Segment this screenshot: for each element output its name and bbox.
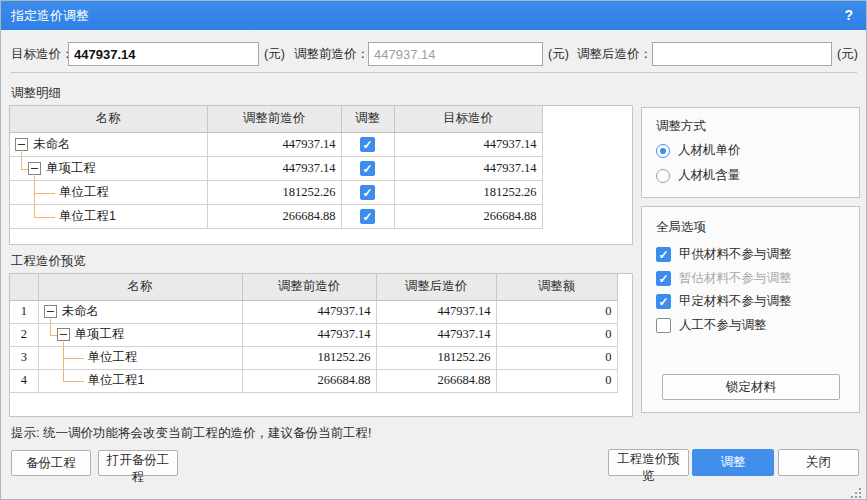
- open-backup-button[interactable]: 打开备份工程: [98, 450, 178, 476]
- adjust-cell: [341, 180, 394, 204]
- node-label: 未命名: [62, 301, 100, 323]
- tree-cell[interactable]: 单项工程: [10, 156, 207, 180]
- tree-line: [63, 370, 64, 381]
- radio-unit-price[interactable]: 人材机单价: [656, 142, 741, 159]
- before-cost-input[interactable]: [368, 42, 543, 66]
- before-value: 266684.88: [207, 204, 341, 228]
- tree-line: [50, 335, 57, 336]
- checkbox-labor[interactable]: 人工不参与调整: [656, 317, 767, 334]
- checkbox-label: 甲定材料不参与调整: [679, 293, 792, 310]
- table-row[interactable]: 4 单位工程1 266684.88 266684.88 0: [10, 369, 617, 392]
- collapse-icon[interactable]: [15, 138, 28, 151]
- after-value: 181252.26: [376, 346, 496, 369]
- cost-adjust-dialog: 指定造价调整 ? 目标造价： (元) 调整前造价： (元) 调整后造价： (元)…: [0, 0, 867, 500]
- radio-content-amount[interactable]: 人材机含量: [656, 167, 741, 184]
- table-row[interactable]: 单位工程1 266684.88 266684.88: [10, 204, 542, 228]
- target-value[interactable]: 447937.14: [394, 132, 542, 156]
- cost-preview-button[interactable]: 工程造价预览: [608, 449, 689, 476]
- table-row[interactable]: 2 单项工程 447937.14 447937.14 0: [10, 323, 617, 346]
- resize-grip[interactable]: [859, 488, 861, 490]
- table-row[interactable]: 未命名 447937.14 447937.14: [10, 132, 542, 156]
- before-value: 447937.14: [207, 156, 341, 180]
- table-row[interactable]: 3 单位工程 181252.26 181252.26 0: [10, 346, 617, 369]
- collapse-icon[interactable]: [57, 328, 70, 341]
- target-cost-input[interactable]: [68, 42, 259, 66]
- after-cost-unit: (元): [837, 46, 858, 62]
- checkbox-owner-supplied[interactable]: 甲供材料不参与调整: [656, 246, 792, 263]
- before-value: 181252.26: [242, 346, 376, 369]
- tree-line: [34, 205, 35, 217]
- checkbox-icon: [656, 247, 671, 262]
- collapse-icon[interactable]: [44, 305, 57, 318]
- target-cost-unit: (元): [264, 46, 285, 62]
- row-number: 2: [10, 323, 38, 346]
- row-adjust-checkbox[interactable]: [360, 185, 375, 200]
- global-group-title: 全局选项: [656, 219, 706, 236]
- close-button[interactable]: 关闭: [778, 449, 859, 476]
- radio-label: 人材机含量: [678, 167, 741, 184]
- titlebar[interactable]: 指定造价调整 ?: [1, 1, 866, 30]
- node-label: 单项工程: [46, 157, 96, 180]
- tree-cell[interactable]: 未命名: [38, 300, 242, 323]
- help-icon[interactable]: ?: [844, 1, 853, 30]
- checkbox-icon: [656, 271, 671, 286]
- before-value: 447937.14: [242, 323, 376, 346]
- tree-cell[interactable]: 单位工程1: [38, 369, 242, 392]
- col-header-adjust: 调整: [341, 106, 394, 132]
- target-value[interactable]: 181252.26: [394, 180, 542, 204]
- after-value: 447937.14: [376, 323, 496, 346]
- row-adjust-checkbox[interactable]: [360, 161, 375, 176]
- tree-cell[interactable]: 单位工程: [38, 346, 242, 369]
- method-group-title: 调整方式: [656, 118, 706, 135]
- adjust-cell: [341, 156, 394, 180]
- table-row[interactable]: 单项工程 447937.14 447937.14: [10, 156, 542, 180]
- tree-cell[interactable]: 单位工程: [10, 180, 207, 204]
- node-label: 单项工程: [75, 324, 125, 346]
- delta-value: 0: [496, 323, 617, 346]
- tree-line: [34, 193, 55, 194]
- table-row[interactable]: 单位工程 181252.26 181252.26: [10, 180, 542, 204]
- node-label: 未命名: [33, 133, 71, 156]
- tree-cell[interactable]: 未命名: [10, 132, 207, 156]
- backup-project-button[interactable]: 备份工程: [11, 450, 91, 476]
- collapse-icon[interactable]: [28, 162, 41, 175]
- node-label: 单位工程1: [88, 370, 145, 392]
- method-groupbox: 调整方式 人材机单价 人材机含量: [641, 107, 860, 198]
- row-adjust-checkbox[interactable]: [360, 137, 375, 152]
- target-value[interactable]: 447937.14: [394, 156, 542, 180]
- adjust-cell: [341, 132, 394, 156]
- tree-line: [21, 169, 28, 170]
- checkbox-label: 暂估材料不参与调整: [679, 270, 792, 287]
- adjust-button[interactable]: 调整: [692, 449, 774, 476]
- before-value: 181252.26: [207, 180, 341, 204]
- row-adjust-checkbox[interactable]: [360, 209, 375, 224]
- radio-label: 人材机单价: [678, 142, 741, 159]
- preview-table-panel: 名称 调整前造价 调整后造价 调整额 1 未命名 447937.14 44793…: [9, 273, 633, 417]
- col-header-num: [10, 274, 38, 300]
- node-label: 单位工程: [88, 347, 138, 369]
- preview-table: 名称 调整前造价 调整后造价 调整额 1 未命名 447937.14 44793…: [10, 274, 618, 393]
- table-row[interactable]: 1 未命名 447937.14 447937.14 0: [10, 300, 617, 323]
- adjust-cell: [341, 204, 394, 228]
- tree-cell[interactable]: 单项工程: [38, 323, 242, 346]
- target-value[interactable]: 266684.88: [394, 204, 542, 228]
- checkbox-owner-fixed[interactable]: 甲定材料不参与调整: [656, 293, 792, 310]
- delta-value: 0: [496, 346, 617, 369]
- before-cost-label: 调整前造价：: [294, 46, 369, 62]
- checkbox-estimated[interactable]: 暂估材料不参与调整: [656, 270, 792, 287]
- checkbox-label: 人工不参与调整: [679, 317, 767, 334]
- tree-cell[interactable]: 单位工程1: [10, 204, 207, 228]
- before-value: 447937.14: [207, 132, 341, 156]
- separator: [11, 72, 857, 73]
- after-cost-input[interactable]: [652, 42, 832, 66]
- tree-line: [21, 157, 22, 169]
- col-header-delta: 调整额: [496, 274, 617, 300]
- col-header-name: 名称: [10, 106, 207, 132]
- detail-table-panel: 名称 调整前造价 调整 目标造价 未命名 447937.14 447937.14: [9, 105, 633, 245]
- lock-material-button[interactable]: 锁定材料: [662, 374, 840, 400]
- node-label: 单位工程: [59, 181, 109, 204]
- after-value: 266684.88: [376, 369, 496, 392]
- dialog-title: 指定造价调整: [11, 1, 89, 30]
- tree-line: [63, 381, 84, 382]
- detail-section-title: 调整明细: [11, 85, 61, 101]
